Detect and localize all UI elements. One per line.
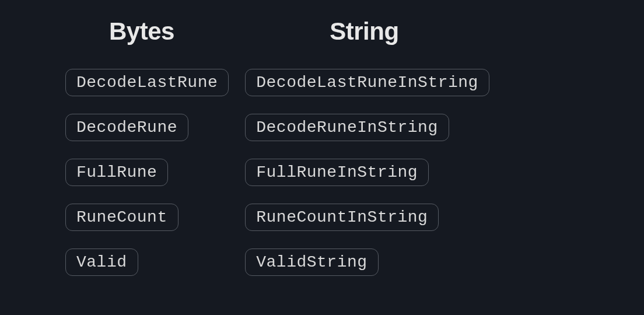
bytes-item: DecodeRune — [65, 114, 188, 141]
comparison-table: Bytes DecodeLastRune DecodeRune FullRune… — [0, 18, 644, 276]
string-heading: String — [245, 18, 398, 46]
bytes-item: Valid — [65, 249, 138, 276]
bytes-column: Bytes DecodeLastRune DecodeRune FullRune… — [65, 18, 229, 276]
bytes-heading: Bytes — [65, 18, 174, 46]
string-item: DecodeLastRuneInString — [245, 69, 489, 96]
bytes-item: DecodeLastRune — [65, 69, 229, 96]
bytes-items-list: DecodeLastRune DecodeRune FullRune RuneC… — [65, 69, 229, 276]
string-item: RuneCountInString — [245, 204, 439, 231]
string-item: FullRuneInString — [245, 159, 429, 186]
string-item: DecodeRuneInString — [245, 114, 449, 141]
bytes-item: FullRune — [65, 159, 168, 186]
string-item: ValidString — [245, 249, 378, 276]
bytes-item: RuneCount — [65, 204, 178, 231]
string-items-list: DecodeLastRuneInString DecodeRuneInStrin… — [245, 69, 489, 276]
string-column: String DecodeLastRuneInString DecodeRune… — [245, 18, 489, 276]
